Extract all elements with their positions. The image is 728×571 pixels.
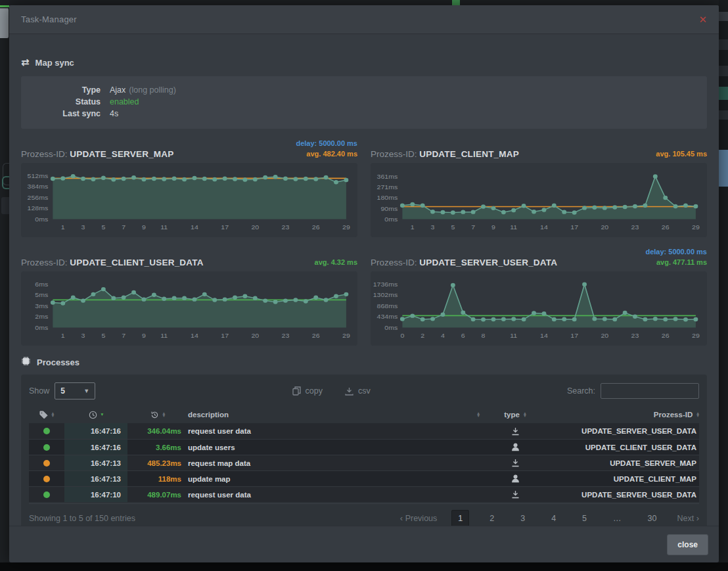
row-process-id: UPDATE_SERVER_USER_DATA [544,427,699,435]
chart-title: Prozess-ID: UPDATE_CLIENT_MAP [371,149,519,159]
status-dot [43,491,50,498]
table-row[interactable]: 16:47:13485.23msrequest map dataUPDATE_S… [29,455,699,470]
table-row[interactable]: 16:47:163.66msupdate usersUPDATE_CLIENT_… [29,439,699,455]
sort-icon[interactable]: ▴▾ [524,412,526,418]
description-column-header[interactable]: description ▴▾ [188,411,486,419]
process-id-header-label: Prozess-ID [654,411,693,419]
type-header-label: type [504,411,520,419]
last-sync-value: 4s [110,108,118,120]
time-column-header[interactable]: ▾ [64,411,127,419]
svg-text:20: 20 [251,223,259,231]
svg-text:384ms: 384ms [28,183,49,191]
chart-canvas: 0ms90ms180ms271ms361ms135791114172023262… [371,163,707,237]
sort-icon[interactable]: ▴▾ [163,412,166,418]
page-number-button[interactable]: 1 [451,510,469,526]
svg-text:29: 29 [692,332,700,339]
status-dot [43,460,50,467]
svg-text:361ms: 361ms [377,173,398,180]
sort-icon-active[interactable]: ▾ [101,413,104,417]
chart-block: Prozess-ID: UPDATE_SERVER_MAP delay: 500… [21,138,357,237]
previous-page-button[interactable]: ‹ Previous [400,513,437,523]
svg-text:0ms: 0ms [35,216,48,223]
svg-text:9: 9 [142,223,146,231]
process-id-column-header[interactable]: Prozess-ID ▴▾ [544,411,699,419]
map-sync-panel: Type Ajax (long polling) Status enabled … [21,76,707,129]
duration-column-header[interactable]: ▴▾ [127,411,188,419]
chip-icon [21,356,31,368]
row-duration: 485.23ms [127,459,188,467]
page-number-button[interactable]: 30 [642,511,663,526]
page-number-button[interactable]: 3 [514,511,531,526]
processes-panel: Show 5 ▼ copy [21,375,707,526]
table-row[interactable]: 16:47:16346.04msrequest user dataUPDATE_… [29,423,699,439]
row-type [486,490,544,499]
table-row[interactable]: 16:47:10489.07msrequest user dataUPDATE_… [29,486,699,502]
page-number-button[interactable]: 5 [576,511,593,526]
svg-text:3: 3 [81,332,85,339]
row-time: 16:47:13 [64,455,127,470]
svg-text:1: 1 [411,223,415,231]
svg-text:20: 20 [251,332,259,339]
chart-stat: avg. 4.32 ms [315,257,357,267]
sync-arrows-icon: ⇄ [21,57,30,68]
svg-text:8: 8 [482,332,486,339]
modal-title: Task-Manager [21,14,77,24]
chart-stats: delay: 5000.00 msavg. 477.11 ms [645,246,707,267]
svg-text:26: 26 [662,332,670,339]
sort-icon[interactable]: ▴▾ [477,412,480,418]
row-time: 16:47:13 [64,471,127,486]
processes-title-label: Processes [37,357,80,367]
chart-block: Prozess-ID: UPDATE_CLIENT_USER_DATA avg.… [21,246,357,346]
type-extra: (long polling) [129,84,176,96]
map-sync-title-label: Map sync [35,58,74,68]
svg-text:14: 14 [191,223,198,231]
row-type [486,459,544,467]
svg-text:6ms: 6ms [35,281,48,288]
svg-text:1: 1 [61,223,65,231]
svg-text:17: 17 [570,223,578,231]
background-left-accent [0,5,9,7]
svg-text:23: 23 [631,332,639,339]
chart-stats: avg. 105.45 ms [656,148,707,159]
svg-text:9: 9 [142,332,146,339]
csv-button[interactable]: csv [345,386,371,396]
next-page-button[interactable]: Next › [677,513,699,523]
svg-text:0ms: 0ms [384,216,398,223]
map-sync-lastsync-row: Last sync 4s [21,108,707,120]
svg-text:11: 11 [160,332,168,339]
page-number-button[interactable]: 4 [545,511,562,526]
sort-icon[interactable]: ▴▾ [52,412,55,418]
background-fragment [1,197,9,214]
svg-text:29: 29 [692,223,700,231]
svg-text:20: 20 [601,223,608,231]
map-sync-section-title: ⇄ Map sync [21,57,707,68]
svg-text:0ms: 0ms [35,324,48,331]
status-column-header[interactable]: ▴▾ [29,411,64,419]
pagination: ‹ Previous 12345…30 Next › [400,510,699,526]
show-label: Show [29,386,49,396]
background-fragment [719,12,728,21]
svg-text:14: 14 [540,223,548,231]
search-input[interactable] [601,383,699,399]
task-manager-modal: Task-Manager ✕ ⇄ Map sync Type Ajax (lon… [9,5,719,562]
server-download-icon [511,490,520,499]
type-column-header[interactable]: type ▴▾ [486,411,544,419]
page-ellipsis: … [607,511,627,526]
row-time: 16:47:10 [64,487,127,502]
background-map-controls [0,8,9,38]
row-time: 16:47:16 [64,423,127,439]
server-download-icon [511,459,520,467]
close-button[interactable]: close [667,534,708,555]
page-number-button[interactable]: 2 [484,511,500,526]
copy-button[interactable]: copy [292,386,323,396]
svg-text:5ms: 5ms [35,291,48,298]
sort-icon[interactable]: ▴▾ [696,412,699,418]
table-row[interactable]: 16:47:13118msupdate mapUPDATE_CLIENT_MAP [29,470,699,486]
close-icon[interactable]: ✕ [698,14,707,24]
show-entries-select[interactable]: 5 ▼ [55,382,95,400]
copy-icon [292,386,301,396]
modal-body: ⇄ Map sync Type Ajax (long polling) Stat… [9,34,719,526]
svg-text:17: 17 [570,332,578,339]
chart-title: Prozess-ID: UPDATE_CLIENT_USER_DATA [21,258,204,267]
svg-text:434ms: 434ms [377,313,398,321]
